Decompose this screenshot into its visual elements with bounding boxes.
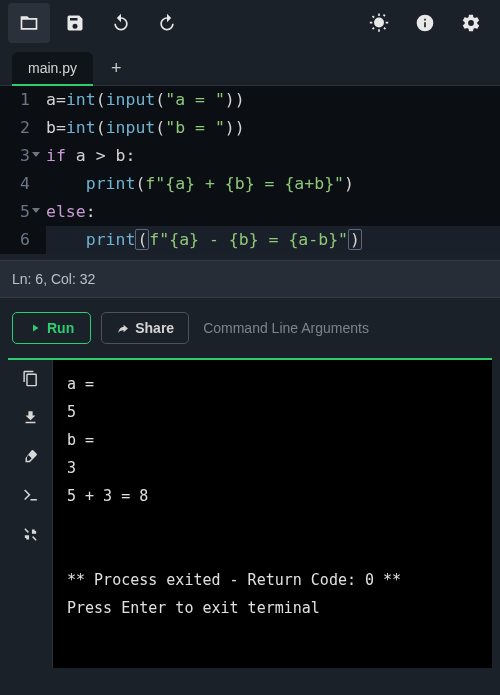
download-icon[interactable] — [22, 409, 39, 426]
redo-icon[interactable] — [146, 3, 188, 43]
terminal-output[interactable]: a = 5 b = 3 5 + 3 = 8 ** Process exited … — [52, 360, 492, 668]
terminal-sidebar — [8, 360, 52, 668]
top-toolbar — [0, 0, 500, 46]
controls-bar: Run Share Command Line Arguments — [0, 298, 500, 358]
terminal-panel: a = 5 b = 3 5 + 3 = 8 ** Process exited … — [8, 358, 492, 668]
tab-main-py[interactable]: main.py — [12, 52, 93, 86]
code-area[interactable]: a=int(input("a = "))b=int(input("b = "))… — [40, 86, 500, 254]
status-bar: Ln: 6, Col: 32 — [0, 260, 500, 298]
tab-bar: main.py + — [0, 46, 500, 86]
shell-icon[interactable] — [22, 487, 39, 504]
copy-icon[interactable] — [22, 370, 39, 387]
add-tab-button[interactable]: + — [101, 52, 132, 85]
undo-icon[interactable] — [100, 3, 142, 43]
cursor-position: Ln: 6, Col: 32 — [12, 271, 95, 287]
collapse-icon[interactable] — [22, 526, 39, 543]
share-button-label: Share — [135, 320, 174, 336]
run-button-label: Run — [47, 320, 74, 336]
info-icon[interactable] — [404, 3, 446, 43]
run-button[interactable]: Run — [12, 312, 91, 344]
open-icon[interactable] — [8, 3, 50, 43]
share-button[interactable]: Share — [101, 312, 189, 344]
code-editor[interactable]: 123456 a=int(input("a = "))b=int(input("… — [0, 86, 500, 254]
cmdline-args-input[interactable]: Command Line Arguments — [199, 320, 369, 336]
erase-icon[interactable] — [22, 448, 39, 465]
save-icon[interactable] — [54, 3, 96, 43]
settings-icon[interactable] — [450, 3, 492, 43]
line-gutter: 123456 — [0, 86, 40, 254]
theme-icon[interactable] — [358, 3, 400, 43]
